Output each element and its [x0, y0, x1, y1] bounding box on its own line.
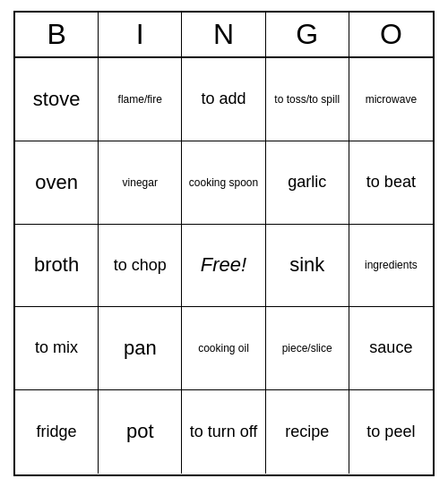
bingo-header: BINGO	[15, 13, 433, 58]
bingo-cell-19: sauce	[349, 307, 433, 390]
bingo-cell-21: pot	[99, 390, 182, 474]
bingo-cell-3: to toss/to spill	[266, 58, 349, 141]
bingo-grid: stoveflame/fireto addto toss/to spillmic…	[15, 58, 433, 474]
bingo-cell-4: microwave	[349, 58, 433, 141]
bingo-cell-2: to add	[182, 58, 265, 141]
bingo-cell-17: cooking oil	[182, 307, 265, 390]
header-letter-g: G	[266, 13, 349, 56]
header-letter-o: O	[349, 13, 433, 56]
bingo-cell-13: sink	[266, 225, 349, 308]
bingo-cell-5: oven	[15, 141, 99, 225]
bingo-cell-12: Free!	[182, 225, 265, 308]
header-letter-b: B	[15, 13, 99, 56]
header-letter-n: N	[182, 13, 265, 56]
bingo-cell-8: garlic	[266, 141, 349, 225]
bingo-cell-6: vinegar	[99, 141, 182, 225]
bingo-cell-10: broth	[15, 225, 99, 308]
bingo-cell-9: to beat	[349, 141, 433, 225]
bingo-cell-18: piece/slice	[266, 307, 349, 390]
bingo-cell-24: to peel	[349, 390, 433, 474]
bingo-cell-23: recipe	[266, 390, 349, 474]
bingo-card: BINGO stoveflame/fireto addto toss/to sp…	[13, 11, 435, 476]
bingo-cell-22: to turn off	[182, 390, 265, 474]
bingo-cell-11: to chop	[99, 225, 182, 308]
bingo-cell-0: stove	[15, 58, 99, 141]
bingo-cell-14: ingredients	[349, 225, 433, 308]
bingo-cell-7: cooking spoon	[182, 141, 265, 225]
bingo-cell-16: pan	[99, 307, 182, 390]
header-letter-i: I	[99, 13, 182, 56]
bingo-cell-20: fridge	[15, 390, 99, 474]
bingo-cell-1: flame/fire	[99, 58, 182, 141]
bingo-cell-15: to mix	[15, 307, 99, 390]
